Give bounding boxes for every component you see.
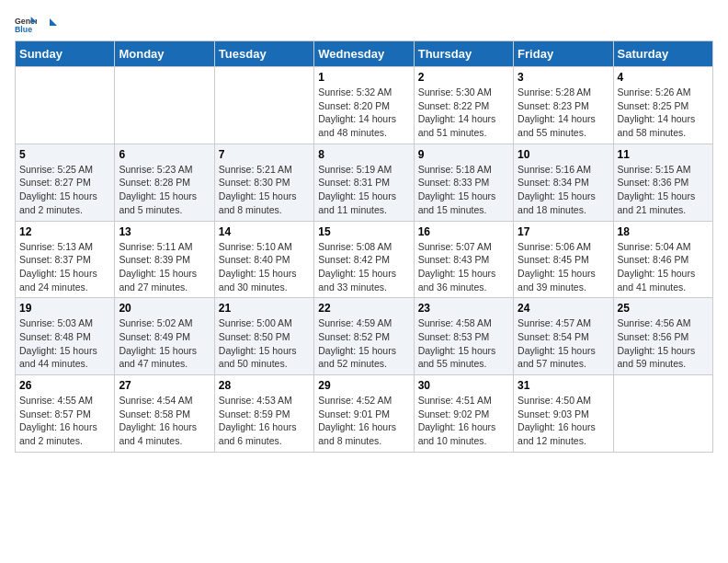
calendar-day-7: 7Sunrise: 5:21 AMSunset: 8:30 PMDaylight…: [214, 144, 313, 221]
day-info: Sunrise: 5:23 AMSunset: 8:28 PMDaylight:…: [119, 163, 210, 217]
weekday-header-sunday: Sunday: [16, 41, 115, 67]
day-info: Sunrise: 5:19 AMSunset: 8:31 PMDaylight:…: [318, 163, 409, 217]
day-number: 27: [119, 379, 210, 392]
calendar-header: SundayMondayTuesdayWednesdayThursdayFrid…: [16, 41, 713, 67]
logo-triangle-icon: [42, 18, 57, 31]
day-info: Sunrise: 4:57 AMSunset: 8:54 PMDaylight:…: [518, 316, 609, 371]
calendar-day-25: 25Sunrise: 4:56 AMSunset: 8:56 PMDayligh…: [613, 298, 712, 375]
day-number: 24: [518, 302, 609, 315]
day-info: Sunrise: 4:54 AMSunset: 8:58 PMDaylight:…: [119, 394, 210, 448]
day-info: Sunrise: 5:15 AMSunset: 8:36 PMDaylight:…: [618, 163, 709, 217]
day-number: 12: [19, 225, 110, 238]
calendar-body: 1Sunrise: 5:32 AMSunset: 8:20 PMDaylight…: [16, 67, 713, 453]
day-number: 13: [119, 225, 210, 238]
calendar-day-4: 4Sunrise: 5:26 AMSunset: 8:25 PMDaylight…: [613, 67, 712, 144]
day-info: Sunrise: 4:55 AMSunset: 8:57 PMDaylight:…: [19, 394, 110, 448]
calendar-day-18: 18Sunrise: 5:04 AMSunset: 8:46 PMDayligh…: [613, 221, 712, 298]
day-number: 31: [518, 379, 609, 392]
day-number: 11: [618, 148, 709, 161]
day-number: 9: [418, 148, 509, 161]
day-info: Sunrise: 5:26 AMSunset: 8:25 PMDaylight:…: [618, 86, 709, 140]
day-number: 3: [518, 71, 609, 84]
day-info: Sunrise: 5:32 AMSunset: 8:20 PMDaylight:…: [318, 86, 409, 140]
weekday-header-thursday: Thursday: [414, 41, 513, 67]
day-number: 15: [318, 225, 409, 238]
day-info: Sunrise: 4:58 AMSunset: 8:53 PMDaylight:…: [418, 316, 509, 371]
day-info: Sunrise: 4:53 AMSunset: 8:59 PMDaylight:…: [219, 394, 310, 448]
calendar-day-15: 15Sunrise: 5:08 AMSunset: 8:42 PMDayligh…: [314, 221, 414, 298]
day-info: Sunrise: 4:52 AMSunset: 9:01 PMDaylight:…: [318, 394, 409, 448]
calendar-empty-cell: [214, 67, 313, 144]
weekday-header-tuesday: Tuesday: [214, 41, 313, 67]
calendar-day-8: 8Sunrise: 5:19 AMSunset: 8:31 PMDaylight…: [314, 144, 414, 221]
calendar-day-30: 30Sunrise: 4:51 AMSunset: 9:02 PMDayligh…: [414, 375, 513, 453]
day-number: 5: [19, 148, 110, 161]
calendar-day-9: 9Sunrise: 5:18 AMSunset: 8:33 PMDaylight…: [414, 144, 513, 221]
day-number: 7: [219, 148, 310, 161]
weekday-header-monday: Monday: [115, 41, 214, 67]
calendar-day-5: 5Sunrise: 5:25 AMSunset: 8:27 PMDaylight…: [16, 144, 115, 221]
calendar-week-row: 5Sunrise: 5:25 AMSunset: 8:27 PMDaylight…: [16, 144, 713, 221]
day-number: 21: [219, 302, 310, 315]
day-number: 8: [318, 148, 409, 161]
day-number: 2: [418, 71, 509, 84]
day-number: 17: [518, 225, 609, 238]
day-number: 25: [618, 302, 709, 315]
day-info: Sunrise: 5:28 AMSunset: 8:23 PMDaylight:…: [518, 86, 609, 140]
calendar-day-27: 27Sunrise: 4:54 AMSunset: 8:58 PMDayligh…: [115, 375, 214, 453]
day-info: Sunrise: 5:02 AMSunset: 8:49 PMDaylight:…: [119, 316, 210, 371]
calendar-day-23: 23Sunrise: 4:58 AMSunset: 8:53 PMDayligh…: [414, 298, 513, 375]
calendar-empty-cell: [613, 375, 712, 453]
weekday-header-friday: Friday: [514, 41, 613, 67]
day-info: Sunrise: 5:30 AMSunset: 8:22 PMDaylight:…: [418, 86, 509, 140]
calendar-week-row: 1Sunrise: 5:32 AMSunset: 8:20 PMDaylight…: [16, 67, 713, 144]
calendar-table: SundayMondayTuesdayWednesdayThursdayFrid…: [15, 40, 713, 453]
calendar-day-2: 2Sunrise: 5:30 AMSunset: 8:22 PMDaylight…: [414, 67, 513, 144]
calendar-empty-cell: [16, 67, 115, 144]
day-number: 1: [318, 71, 409, 84]
day-number: 10: [518, 148, 609, 161]
header: General Blue: [15, 15, 713, 33]
day-info: Sunrise: 5:03 AMSunset: 8:48 PMDaylight:…: [19, 316, 110, 371]
day-info: Sunrise: 5:00 AMSunset: 8:50 PMDaylight:…: [219, 316, 310, 371]
calendar-day-1: 1Sunrise: 5:32 AMSunset: 8:20 PMDaylight…: [314, 67, 414, 144]
day-number: 29: [318, 379, 409, 392]
day-info: Sunrise: 5:16 AMSunset: 8:34 PMDaylight:…: [518, 163, 609, 217]
day-number: 4: [618, 71, 709, 84]
day-info: Sunrise: 5:21 AMSunset: 8:30 PMDaylight:…: [219, 163, 310, 217]
day-info: Sunrise: 5:18 AMSunset: 8:33 PMDaylight:…: [418, 163, 509, 217]
weekday-header-saturday: Saturday: [613, 41, 712, 67]
day-info: Sunrise: 4:59 AMSunset: 8:52 PMDaylight:…: [318, 316, 409, 371]
calendar-day-29: 29Sunrise: 4:52 AMSunset: 9:01 PMDayligh…: [314, 375, 414, 453]
calendar-day-26: 26Sunrise: 4:55 AMSunset: 8:57 PMDayligh…: [16, 375, 115, 453]
calendar-day-31: 31Sunrise: 4:50 AMSunset: 9:03 PMDayligh…: [514, 375, 613, 453]
day-info: Sunrise: 5:10 AMSunset: 8:40 PMDaylight:…: [219, 240, 310, 294]
day-info: Sunrise: 5:13 AMSunset: 8:37 PMDaylight:…: [19, 240, 110, 294]
calendar-day-28: 28Sunrise: 4:53 AMSunset: 8:59 PMDayligh…: [214, 375, 313, 453]
day-info: Sunrise: 5:04 AMSunset: 8:46 PMDaylight:…: [618, 240, 709, 294]
logo-icon: General Blue: [15, 15, 37, 33]
weekday-header-wednesday: Wednesday: [314, 41, 414, 67]
calendar-day-12: 12Sunrise: 5:13 AMSunset: 8:37 PMDayligh…: [16, 221, 115, 298]
day-number: 19: [19, 302, 110, 315]
day-info: Sunrise: 5:07 AMSunset: 8:43 PMDaylight:…: [418, 240, 509, 294]
calendar-week-row: 26Sunrise: 4:55 AMSunset: 8:57 PMDayligh…: [16, 375, 713, 453]
svg-text:Blue: Blue: [15, 25, 32, 33]
day-info: Sunrise: 4:56 AMSunset: 8:56 PMDaylight:…: [618, 316, 709, 371]
calendar-week-row: 19Sunrise: 5:03 AMSunset: 8:48 PMDayligh…: [16, 298, 713, 375]
calendar-day-10: 10Sunrise: 5:16 AMSunset: 8:34 PMDayligh…: [514, 144, 613, 221]
day-info: Sunrise: 4:50 AMSunset: 9:03 PMDaylight:…: [518, 394, 609, 448]
weekday-header-row: SundayMondayTuesdayWednesdayThursdayFrid…: [16, 41, 713, 67]
day-number: 14: [219, 225, 310, 238]
day-info: Sunrise: 5:11 AMSunset: 8:39 PMDaylight:…: [119, 240, 210, 294]
calendar-day-13: 13Sunrise: 5:11 AMSunset: 8:39 PMDayligh…: [115, 221, 214, 298]
svg-marker-3: [50, 18, 57, 26]
day-number: 16: [418, 225, 509, 238]
calendar-day-22: 22Sunrise: 4:59 AMSunset: 8:52 PMDayligh…: [314, 298, 414, 375]
calendar-day-19: 19Sunrise: 5:03 AMSunset: 8:48 PMDayligh…: [16, 298, 115, 375]
day-info: Sunrise: 5:25 AMSunset: 8:27 PMDaylight:…: [19, 163, 110, 217]
calendar-day-17: 17Sunrise: 5:06 AMSunset: 8:45 PMDayligh…: [514, 221, 613, 298]
day-number: 6: [119, 148, 210, 161]
day-number: 22: [318, 302, 409, 315]
calendar-day-16: 16Sunrise: 5:07 AMSunset: 8:43 PMDayligh…: [414, 221, 513, 298]
